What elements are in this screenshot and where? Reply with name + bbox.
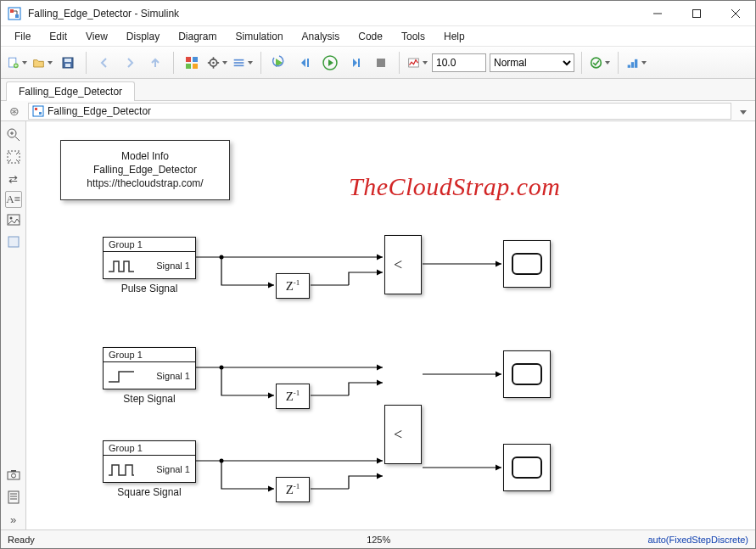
svg-rect-14 xyxy=(186,64,191,69)
forward-button[interactable] xyxy=(119,51,141,75)
svg-rect-12 xyxy=(186,57,191,62)
menu-analysis[interactable]: Analysis xyxy=(294,29,349,44)
svg-rect-23 xyxy=(234,62,244,64)
model-info-block[interactable]: Model Info Falling_Edge_Detector https:/… xyxy=(60,140,230,200)
zoom-in-icon[interactable] xyxy=(3,125,24,145)
annotation-icon[interactable]: A≡ xyxy=(5,191,22,208)
toggle-perspective-icon[interactable]: ⇄ xyxy=(3,169,24,189)
canvas[interactable]: Model Info Falling_Edge_Detector https:/… xyxy=(26,121,755,529)
breadcrumb-dropdown[interactable] xyxy=(736,105,750,117)
menubar: File Edit View Display Diagram Simulatio… xyxy=(1,26,755,47)
open-button[interactable] xyxy=(31,51,53,75)
save-button[interactable] xyxy=(57,51,79,75)
stop-button[interactable] xyxy=(370,51,392,75)
status-zoom[interactable]: 125% xyxy=(109,535,647,545)
signal-group-label: Group 1 xyxy=(104,348,195,362)
svg-point-53 xyxy=(220,255,224,260)
svg-rect-28 xyxy=(377,59,385,67)
up-button[interactable] xyxy=(144,51,166,75)
svg-rect-48 xyxy=(8,491,19,503)
minimize-button[interactable] xyxy=(638,1,677,25)
image-icon[interactable] xyxy=(3,210,24,230)
signal-builder-square[interactable]: Group 1 Signal 1 xyxy=(103,440,196,483)
new-model-button[interactable] xyxy=(6,51,28,75)
breadcrumb[interactable]: Falling_Edge_Detector xyxy=(28,103,731,120)
svg-rect-45 xyxy=(8,472,20,479)
step-waveform-icon xyxy=(107,367,136,385)
svg-rect-24 xyxy=(234,64,244,66)
menu-tools[interactable]: Tools xyxy=(393,29,434,44)
menu-view[interactable]: View xyxy=(77,29,116,44)
fast-restart-button[interactable] xyxy=(268,51,290,75)
toolbar: Normal xyxy=(1,47,755,79)
model-advisor-button[interactable] xyxy=(589,51,611,75)
simulation-mode-select[interactable]: Normal xyxy=(490,53,574,72)
run-button[interactable] xyxy=(319,51,341,75)
stop-time-input[interactable] xyxy=(432,53,486,72)
scope-screen-icon xyxy=(512,457,542,479)
menu-code[interactable]: Code xyxy=(350,29,391,44)
scope-2[interactable] xyxy=(503,350,551,398)
svg-rect-10 xyxy=(64,59,71,62)
build-button[interactable] xyxy=(625,51,647,75)
unit-delay-2[interactable]: Z-1 xyxy=(276,384,310,409)
simulink-logo-icon xyxy=(8,7,21,20)
scope-3[interactable] xyxy=(503,444,551,491)
menu-diagram[interactable]: Diagram xyxy=(170,29,225,44)
svg-rect-13 xyxy=(193,57,198,62)
model-tab[interactable]: Falling_Edge_Detector xyxy=(6,81,135,101)
library-browser-button[interactable] xyxy=(181,51,203,75)
scope-screen-icon xyxy=(512,363,542,385)
data-inspector-button[interactable] xyxy=(406,51,428,75)
screenshot-icon[interactable] xyxy=(3,465,24,485)
scope-1[interactable] xyxy=(503,240,551,288)
menu-display[interactable]: Display xyxy=(118,29,168,44)
tabstrip: Falling_Edge_Detector xyxy=(1,79,755,101)
unit-delay-3[interactable]: Z-1 xyxy=(276,477,310,502)
model-info-line3: https://thecloudstrap.com/ xyxy=(76,176,214,190)
relational-operator-2[interactable]: < xyxy=(384,405,422,464)
window-title: Falling_Edge_Detector - Simulink xyxy=(28,8,638,20)
step-back-button[interactable] xyxy=(294,51,316,75)
signal-builder-step[interactable]: Group 1 Signal 1 xyxy=(103,347,196,389)
fit-to-view-icon[interactable] xyxy=(3,147,24,167)
statusbar: Ready 125% auto(FixedStepDiscrete) xyxy=(1,529,755,548)
work-area: ⇄ A≡ » Model Info Falling_Edge_Detector … xyxy=(1,121,755,529)
step-forward-button[interactable] xyxy=(344,51,367,75)
svg-rect-36 xyxy=(39,112,42,115)
svg-rect-27 xyxy=(358,59,360,67)
model-icon xyxy=(32,105,44,117)
unit-delay-1[interactable]: Z-1 xyxy=(276,273,310,299)
menu-simulation[interactable]: Simulation xyxy=(227,29,292,44)
model-config-button[interactable] xyxy=(206,51,228,75)
log-signals-button[interactable] xyxy=(232,51,254,75)
svg-rect-29 xyxy=(409,59,419,67)
svg-point-57 xyxy=(220,366,224,370)
expand-icon[interactable]: » xyxy=(3,509,24,529)
status-solver[interactable]: auto(FixedStepDiscrete) xyxy=(647,535,748,545)
property-inspector-icon[interactable] xyxy=(3,487,24,507)
close-button[interactable] xyxy=(716,1,755,25)
menu-edit[interactable]: Edit xyxy=(41,29,76,44)
svg-point-46 xyxy=(11,473,15,478)
menu-file[interactable]: File xyxy=(6,29,39,44)
svg-rect-31 xyxy=(628,64,630,67)
svg-point-61 xyxy=(220,459,224,463)
svg-rect-35 xyxy=(35,108,37,110)
area-icon[interactable] xyxy=(3,232,24,252)
svg-rect-34 xyxy=(33,106,43,116)
app-window: Falling_Edge_Detector - Simulink File Ed… xyxy=(0,0,756,549)
menu-help[interactable]: Help xyxy=(435,29,473,44)
svg-rect-25 xyxy=(307,59,309,67)
maximize-button[interactable] xyxy=(677,1,716,25)
svg-rect-15 xyxy=(193,64,198,69)
pulse-waveform-icon xyxy=(107,256,136,275)
signal-group-label: Group 1 xyxy=(104,441,195,456)
back-button[interactable] xyxy=(93,51,115,75)
signal-builder-pulse-label: Pulse Signal xyxy=(98,283,200,294)
hide-explorer-button[interactable]: ⊛ xyxy=(6,103,23,120)
model-info-line1: Model Info xyxy=(76,149,214,163)
signal-builder-pulse[interactable]: Group 1 Signal 1 xyxy=(103,237,196,279)
signal-group-label: Group 1 xyxy=(104,238,195,252)
relational-operator-1[interactable]: < xyxy=(384,235,422,294)
